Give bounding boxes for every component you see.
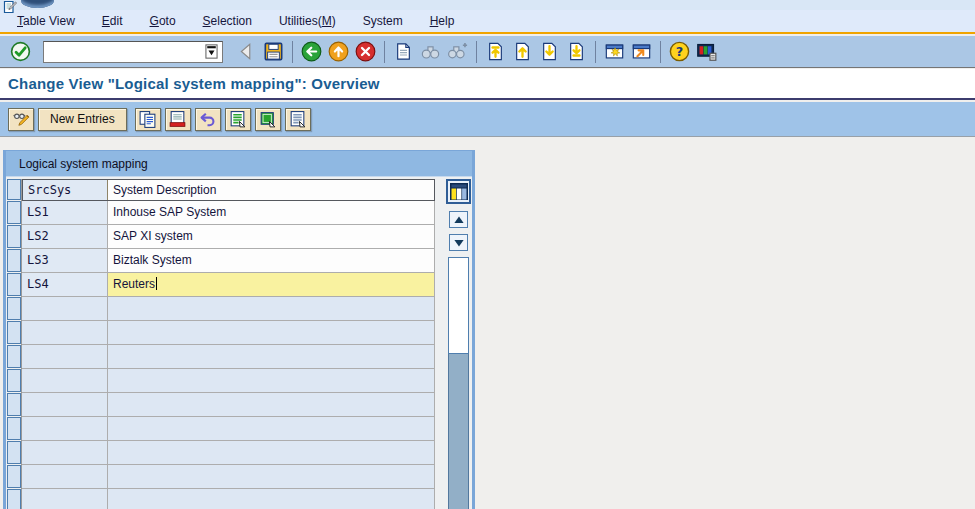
- row-selector[interactable]: [7, 393, 21, 416]
- scroll-down-button[interactable]: [449, 234, 468, 251]
- menu-bar: Table ViewEditGotoSelectionUtilities(M)S…: [0, 10, 975, 34]
- cell-srcsys[interactable]: [22, 393, 108, 417]
- sap-logo-partial: [21, 0, 54, 8]
- cancel-icon[interactable]: [353, 39, 378, 64]
- cell-description[interactable]: [108, 393, 435, 417]
- column-header-description[interactable]: System Description: [108, 180, 434, 200]
- enter-check-icon[interactable]: [8, 39, 33, 64]
- table-empty-row: [22, 489, 435, 509]
- sap-gui-window: Table ViewEditGotoSelectionUtilities(M)S…: [0, 0, 975, 509]
- cell-srcsys[interactable]: LS2: [22, 225, 108, 249]
- cell-srcsys[interactable]: [22, 465, 108, 489]
- row-selector[interactable]: [7, 201, 21, 224]
- undo-change-button[interactable]: [195, 108, 221, 131]
- cell-description[interactable]: [108, 345, 435, 369]
- window-titlebar-strip: [0, 0, 975, 10]
- cell-description[interactable]: [108, 369, 435, 393]
- column-header-srcsys[interactable]: SrcSys: [23, 180, 108, 200]
- cell-srcsys[interactable]: LS3: [22, 249, 108, 273]
- command-input[interactable]: [46, 44, 205, 60]
- exit-icon[interactable]: [326, 39, 351, 64]
- table-empty-row: [22, 393, 435, 417]
- change-display-button[interactable]: [8, 108, 34, 131]
- cell-srcsys[interactable]: [22, 321, 108, 345]
- row-selector[interactable]: [7, 321, 21, 344]
- cell-srcsys[interactable]: [22, 345, 108, 369]
- row-selector[interactable]: [7, 417, 21, 440]
- row-selector-column: [7, 179, 21, 509]
- row-selector[interactable]: [7, 345, 21, 368]
- new-session-icon[interactable]: [602, 39, 627, 64]
- table-empty-row: [22, 465, 435, 489]
- cell-description[interactable]: Reuters: [108, 273, 435, 297]
- cell-srcsys[interactable]: [22, 369, 108, 393]
- menu-item-edit[interactable]: Edit: [102, 14, 123, 28]
- cell-description[interactable]: [108, 417, 435, 441]
- row-selector[interactable]: [7, 225, 21, 248]
- table-empty-row: [22, 321, 435, 345]
- cell-description[interactable]: Inhouse SAP System: [108, 201, 435, 225]
- delete-line-button[interactable]: [165, 108, 191, 131]
- cell-description[interactable]: SAP XI system: [108, 225, 435, 249]
- title-bar: Change View "Logical system mapping": Ov…: [0, 69, 975, 100]
- table-empty-row: [22, 417, 435, 441]
- select-all-rows-button[interactable]: [7, 179, 21, 200]
- new-entries-button[interactable]: New Entries: [38, 108, 127, 131]
- table-settings-button[interactable]: [446, 179, 471, 204]
- scroll-up-button[interactable]: [449, 211, 468, 228]
- first-page-icon[interactable]: [483, 39, 508, 64]
- menu-item-selection[interactable]: Selection: [203, 14, 252, 28]
- select-block-button[interactable]: [255, 108, 281, 131]
- cell-description[interactable]: Biztalk System: [108, 249, 435, 273]
- deselect-all-button[interactable]: [285, 108, 311, 131]
- cell-description[interactable]: [108, 489, 435, 509]
- cell-srcsys[interactable]: [22, 489, 108, 509]
- cell-srcsys[interactable]: [22, 297, 108, 321]
- row-selector[interactable]: [7, 441, 21, 464]
- back-triangle-icon[interactable]: [234, 39, 259, 64]
- row-selector[interactable]: [7, 465, 21, 488]
- command-history-icon[interactable]: [205, 43, 220, 60]
- menu-item-help[interactable]: Help: [430, 14, 455, 28]
- cell-description[interactable]: [108, 321, 435, 345]
- save-icon[interactable]: [261, 39, 286, 64]
- table-empty-row: [22, 441, 435, 465]
- row-selector[interactable]: [7, 369, 21, 392]
- cell-description[interactable]: [108, 441, 435, 465]
- command-field: [43, 41, 223, 63]
- menu-item-utilities-m[interactable]: Utilities(M): [279, 14, 336, 28]
- cell-description[interactable]: [108, 465, 435, 489]
- copy-as-button[interactable]: [135, 108, 161, 131]
- toolbar-separator: [595, 41, 596, 63]
- customize-layout-icon[interactable]: [694, 39, 719, 64]
- scrollbar-track[interactable]: [448, 354, 469, 509]
- select-all-button[interactable]: [225, 108, 251, 131]
- svg-text:?: ?: [676, 44, 683, 59]
- toolbar-separator: [384, 41, 385, 63]
- table-empty-row: [22, 297, 435, 321]
- cell-srcsys[interactable]: LS4: [22, 273, 108, 297]
- find-next-icon[interactable]: [445, 39, 470, 64]
- create-shortcut-icon[interactable]: [629, 39, 654, 64]
- back-icon[interactable]: [299, 39, 324, 64]
- find-icon[interactable]: [418, 39, 443, 64]
- row-selector[interactable]: [7, 273, 21, 296]
- last-page-icon[interactable]: [564, 39, 589, 64]
- scrollbar-thumb[interactable]: [448, 257, 469, 354]
- cell-srcsys[interactable]: LS1: [22, 201, 108, 225]
- menu-item-table-view[interactable]: Table View: [17, 14, 75, 28]
- row-selector[interactable]: [7, 297, 21, 320]
- menu-item-system[interactable]: System: [363, 14, 403, 28]
- text-cursor: [156, 277, 157, 290]
- cell-description[interactable]: [108, 297, 435, 321]
- menu-item-goto[interactable]: Goto: [150, 14, 176, 28]
- page-up-icon[interactable]: [510, 39, 535, 64]
- page-down-icon[interactable]: [537, 39, 562, 64]
- cell-srcsys[interactable]: [22, 417, 108, 441]
- print-icon[interactable]: [391, 39, 416, 64]
- row-selector[interactable]: [7, 249, 21, 272]
- help-icon[interactable]: ?: [667, 39, 692, 64]
- row-selector[interactable]: [7, 489, 21, 509]
- logical-system-mapping-group: Logical system mapping SrcSysSystem Desc…: [3, 150, 475, 509]
- cell-srcsys[interactable]: [22, 441, 108, 465]
